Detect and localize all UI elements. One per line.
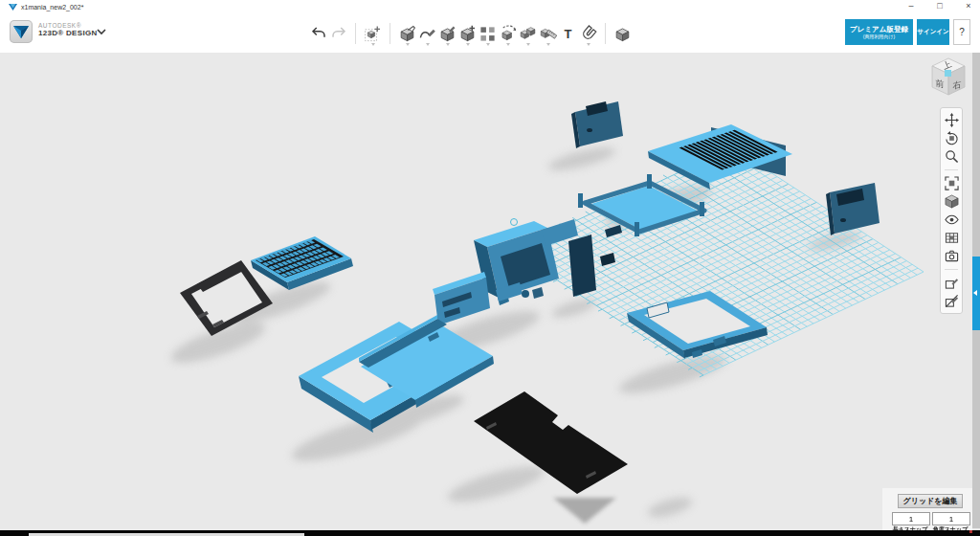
- app-icon: [9, 3, 17, 11]
- taskbar-dot: [969, 530, 972, 533]
- text-tool-icon[interactable]: T: [558, 21, 578, 46]
- orbit-icon[interactable]: [942, 129, 961, 147]
- right-panel-handle[interactable]: [972, 257, 980, 330]
- combine-icon[interactable]: [518, 21, 538, 46]
- pattern-icon[interactable]: [478, 21, 498, 46]
- maximize-button[interactable]: □: [928, 0, 951, 12]
- tab-title: x1mania_new2_002*: [21, 4, 83, 11]
- screenshot-icon[interactable]: [942, 247, 961, 265]
- view-cube[interactable]: 上 前 右: [924, 55, 972, 100]
- app-logo[interactable]: [10, 20, 33, 43]
- 123d-logo-icon: [10, 20, 33, 43]
- snap-icon[interactable]: [578, 21, 598, 46]
- view-mode-icon[interactable]: [942, 192, 961, 211]
- hide-sketches-icon[interactable]: [942, 292, 961, 310]
- construct-icon[interactable]: [437, 21, 457, 46]
- brand-autodesk: AUTODESK®: [38, 22, 98, 29]
- redo-icon[interactable]: [328, 21, 348, 46]
- length-snap-input[interactable]: [892, 512, 930, 525]
- signin-button[interactable]: サインイン: [917, 19, 949, 45]
- insert-icon[interactable]: [363, 21, 383, 46]
- brand-product: 123D® DESIGN: [38, 29, 98, 37]
- grouping-icon[interactable]: [498, 21, 518, 46]
- view-cube-front-label[interactable]: 前: [936, 78, 945, 90]
- visibility-icon[interactable]: [942, 211, 961, 229]
- brand-text: AUTODESK® 123D® DESIGN: [38, 22, 98, 38]
- part-right-panel[interactable]: [826, 183, 880, 235]
- help-button[interactable]: ?: [953, 19, 970, 45]
- grid-settings-panel: グリッドを編集 長さスナップ 角度スナップ: [882, 488, 972, 530]
- minimize-button[interactable]: –: [900, 0, 923, 12]
- main-toolbar: T: [308, 18, 633, 49]
- zoom-icon[interactable]: [942, 147, 961, 166]
- measure-icon[interactable]: [538, 21, 558, 46]
- show-sketches-icon[interactable]: [942, 274, 961, 292]
- header-bar: AUTODESK® 123D® DESIGN: [0, 13, 980, 54]
- window-titlebar: x1mania_new2_002* – □ ×: [0, 0, 980, 14]
- pan-icon[interactable]: [942, 111, 961, 129]
- undo-icon[interactable]: [308, 21, 328, 46]
- close-button[interactable]: ×: [957, 0, 980, 12]
- app-window: x1mania_new2_002* – □ × AUTODESK® 123D® …: [0, 0, 980, 536]
- material-grid-icon[interactable]: [942, 229, 961, 247]
- edit-grid-button[interactable]: グリッドを編集: [898, 494, 963, 508]
- menu-chevron-icon[interactable]: [97, 29, 106, 35]
- angle-snap-input[interactable]: [932, 512, 970, 525]
- model-viewport[interactable]: [0, 53, 980, 528]
- view-toolbar: [940, 107, 963, 314]
- view-cube-right-label[interactable]: 右: [953, 79, 962, 91]
- document-tab[interactable]: x1mania_new2_002*: [3, 1, 89, 12]
- part-top-panel[interactable]: [571, 101, 623, 148]
- material-icon[interactable]: [612, 21, 633, 46]
- primitives-icon[interactable]: [397, 21, 417, 46]
- modify-icon[interactable]: [457, 21, 478, 46]
- zoom-fit-icon[interactable]: [942, 174, 961, 192]
- part-rear-frame[interactable]: [578, 174, 704, 237]
- bottom-panel-toggle[interactable]: [553, 498, 616, 524]
- sketch-icon[interactable]: [417, 21, 437, 46]
- premium-register-button[interactable]: プレミアム版登録 (商用利用向け): [845, 19, 913, 45]
- part-small-panel[interactable]: [433, 272, 490, 325]
- part-keyboard[interactable]: [251, 236, 353, 290]
